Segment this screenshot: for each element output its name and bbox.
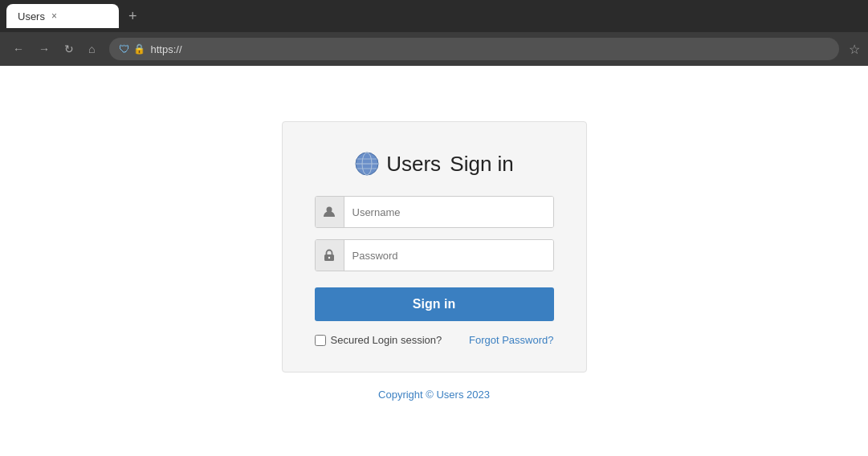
shield-icon: 🛡 [119, 43, 130, 55]
browser-tab[interactable]: Users × [6, 4, 119, 28]
password-field[interactable] [344, 240, 553, 271]
tab-close-button[interactable]: × [51, 10, 57, 22]
globe-icon [354, 151, 380, 177]
refresh-button[interactable]: ↻ [59, 39, 79, 59]
address-bar[interactable]: 🛡 🔒 https:// [109, 38, 839, 60]
svg-point-7 [328, 257, 330, 259]
sign-in-button[interactable]: Sign in [315, 287, 554, 321]
copyright-text: Copyright © Users 2023 [378, 389, 490, 401]
forward-button[interactable]: → [34, 39, 55, 59]
home-button[interactable]: ⌂ [84, 39, 100, 59]
user-icon [316, 197, 344, 227]
secure-session-text: Secured Login session? [331, 334, 442, 346]
username-input-group: ········@·····.es [315, 196, 554, 228]
forgot-password-link[interactable]: Forgot Password? [469, 334, 554, 346]
login-footer: Secured Login session? Forgot Password? [315, 334, 554, 346]
bookmark-button[interactable]: ☆ [849, 42, 860, 57]
secure-session-checkbox[interactable] [315, 335, 326, 346]
address-bar-icons: 🛡 🔒 [119, 43, 145, 55]
url-text: https:// [150, 43, 829, 55]
browser-titlebar: Users × + [0, 0, 868, 32]
login-card: Users Sign in ········@·····.es [282, 121, 587, 373]
new-tab-button[interactable]: + [128, 8, 137, 25]
lock-field-icon [316, 240, 344, 271]
tab-label: Users [18, 10, 45, 22]
browser-toolbar: ← → ↻ ⌂ 🛡 🔒 https:// ☆ [0, 32, 868, 66]
password-input-group [315, 239, 554, 271]
secure-session-label[interactable]: Secured Login session? [315, 334, 442, 346]
title-text: Users Sign in [386, 152, 514, 177]
lock-icon: 🔒 [133, 43, 145, 55]
page-content: Users Sign in ········@·····.es [0, 66, 868, 456]
login-title: Users Sign in [354, 151, 514, 177]
username-field[interactable]: ········@·····.es [344, 197, 553, 227]
back-button[interactable]: ← [8, 39, 29, 59]
